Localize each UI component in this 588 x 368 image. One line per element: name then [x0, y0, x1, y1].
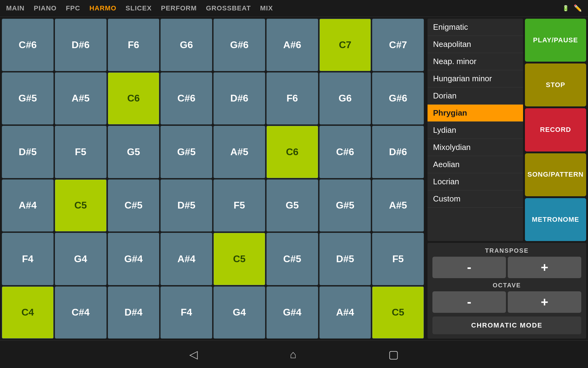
transpose-label: TRANSPOSE [485, 247, 529, 254]
home-button[interactable]: ⌂ [290, 348, 296, 361]
octave-minus-button[interactable]: - [432, 291, 506, 313]
key-cell[interactable]: G6 [319, 72, 371, 125]
song-pattern-button[interactable]: SONG/PATTERN [525, 153, 586, 196]
play-pause-button[interactable]: PLAY/PAUSE [525, 19, 586, 62]
stop-button[interactable]: STOP [525, 63, 586, 106]
key-cell[interactable]: G#4 [266, 286, 318, 339]
controls-area: TRANSPOSE - + OCTAVE - + CHROMATIC MODE [428, 243, 586, 339]
key-cell[interactable]: F6 [266, 72, 318, 125]
key-cell-highlight[interactable]: C5 [372, 286, 424, 339]
key-cell[interactable]: D#6 [213, 72, 265, 125]
key-cell[interactable]: D#4 [108, 286, 160, 339]
key-cell[interactable]: G5 [108, 126, 160, 178]
key-cell[interactable]: D#6 [55, 19, 107, 71]
key-cell[interactable]: G5 [266, 179, 318, 232]
octave-label: OCTAVE [493, 282, 521, 289]
main-area: C#6 D#6 F6 G6 G#6 A#6 C7 C#7 G#5 A#5 C6 … [0, 17, 588, 340]
key-cell[interactable]: D#5 [160, 179, 212, 232]
scale-item-neapolitan[interactable]: Neapolitan [428, 36, 523, 53]
key-cell[interactable]: G#5 [2, 72, 54, 125]
metronome-button[interactable]: METRONOME [525, 198, 586, 241]
key-cell-highlight[interactable]: C5 [213, 233, 265, 285]
bottom-navigation: ◁ ⌂ ▢ [0, 340, 588, 368]
key-cell[interactable]: G6 [160, 19, 212, 71]
key-cell[interactable]: F4 [160, 286, 212, 339]
scale-item-phrygian[interactable]: Phrygian [428, 105, 523, 122]
key-cell[interactable]: G4 [213, 286, 265, 339]
key-cell[interactable]: F5 [213, 179, 265, 232]
key-cell[interactable]: F4 [2, 233, 54, 285]
top-navigation: MAIN PIANO FPC HARMO SLICEX PERFORM GROS… [0, 0, 588, 17]
key-cell[interactable]: F5 [55, 126, 107, 178]
key-cell[interactable]: G#4 [108, 233, 160, 285]
key-cell[interactable]: A#5 [213, 126, 265, 178]
nav-grossbeat[interactable]: GROSSBEAT [206, 4, 251, 12]
key-cell[interactable]: C#4 [55, 286, 107, 339]
key-cell[interactable]: C#6 [160, 72, 212, 125]
key-cell[interactable]: C#5 [108, 179, 160, 232]
right-panel: Enigmatic Neapolitan Neap. minor Hungari… [426, 17, 588, 340]
scale-item-aeolian[interactable]: Aeolian [428, 156, 523, 173]
nav-mix[interactable]: MIX [260, 4, 273, 12]
key-cell[interactable]: D#6 [372, 126, 424, 178]
transpose-buttons: - + [432, 257, 581, 278]
key-cell[interactable]: G4 [55, 233, 107, 285]
key-cell[interactable]: A#4 [2, 179, 54, 232]
scale-item-custom[interactable]: Custom [428, 190, 523, 208]
key-cell[interactable]: A#5 [55, 72, 107, 125]
scale-item-enigmatic[interactable]: Enigmatic [428, 19, 523, 36]
key-cell[interactable]: G#6 [372, 72, 424, 125]
chromatic-mode-button[interactable]: CHROMATIC MODE [432, 316, 581, 334]
transpose-minus-button[interactable]: - [432, 257, 506, 278]
nav-perform[interactable]: PERFORM [161, 4, 197, 12]
scale-item-locrian[interactable]: Locrian [428, 173, 523, 190]
key-cell[interactable]: A#4 [319, 286, 371, 339]
key-cell[interactable]: A#6 [266, 19, 318, 71]
octave-buttons: - + [432, 291, 581, 313]
key-grid: C#6 D#6 F6 G6 G#6 A#6 C7 C#7 G#5 A#5 C6 … [0, 17, 426, 340]
nav-main[interactable]: MAIN [6, 4, 24, 12]
scale-item-lydian[interactable]: Lydian [428, 122, 523, 139]
transpose-control: TRANSPOSE - + [432, 247, 581, 278]
key-cell[interactable]: F5 [372, 233, 424, 285]
key-cell[interactable]: D#5 [319, 233, 371, 285]
key-cell[interactable]: G#5 [319, 179, 371, 232]
octave-plus-button[interactable]: + [508, 291, 581, 313]
key-cell-highlight[interactable]: C7 [319, 19, 371, 71]
scale-list: Enigmatic Neapolitan Neap. minor Hungari… [428, 19, 523, 241]
panel-top: Enigmatic Neapolitan Neap. minor Hungari… [428, 19, 586, 241]
key-cell[interactable]: A#4 [160, 233, 212, 285]
octave-control: OCTAVE - + [432, 282, 581, 313]
record-button[interactable]: RECORD [525, 108, 586, 151]
scale-item-dorian[interactable]: Dorian [428, 87, 523, 105]
edit-icon[interactable]: ✏️ [574, 4, 582, 12]
back-button[interactable]: ◁ [189, 348, 198, 361]
battery-icon: 🔋 [562, 5, 569, 12]
nav-piano[interactable]: PIANO [34, 4, 57, 12]
key-cell[interactable]: C#6 [2, 19, 54, 71]
key-cell-highlight[interactable]: C4 [2, 286, 54, 339]
key-cell[interactable]: C#7 [372, 19, 424, 71]
recents-button[interactable]: ▢ [388, 348, 399, 361]
key-cell[interactable]: C#6 [319, 126, 371, 178]
key-cell[interactable]: G#6 [213, 19, 265, 71]
nav-right-area: 🔋 ✏️ [562, 4, 582, 12]
key-cell-highlight[interactable]: C6 [108, 72, 160, 125]
scale-item-mixolydian[interactable]: Mixolydian [428, 139, 523, 156]
key-cell[interactable]: F6 [108, 19, 160, 71]
nav-fpc[interactable]: FPC [66, 4, 80, 12]
key-cell-highlight[interactable]: C5 [55, 179, 107, 232]
scale-item-neap-minor[interactable]: Neap. minor [428, 53, 523, 70]
key-cell[interactable]: G#5 [160, 126, 212, 178]
button-column: PLAY/PAUSE STOP RECORD SONG/PATTERN METR… [525, 19, 586, 241]
nav-slicex[interactable]: SLICEX [126, 4, 152, 12]
key-cell[interactable]: A#5 [372, 179, 424, 232]
scale-item-hungarian-minor[interactable]: Hungarian minor [428, 70, 523, 87]
nav-harmo[interactable]: HARMO [89, 4, 116, 12]
transpose-plus-button[interactable]: + [508, 257, 581, 278]
key-cell[interactable]: C#5 [266, 233, 318, 285]
key-cell[interactable]: D#5 [2, 126, 54, 178]
key-cell-highlight[interactable]: C6 [266, 126, 318, 178]
